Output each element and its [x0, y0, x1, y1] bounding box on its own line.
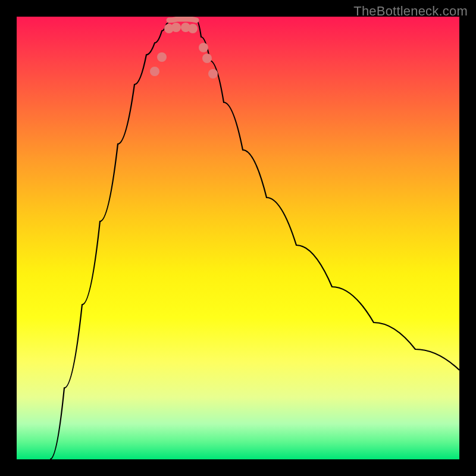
left-curve — [50, 20, 169, 459]
chart-svg — [17, 17, 459, 459]
watermark-text: TheBottleneck.com — [353, 4, 468, 19]
right-marker-3 — [208, 69, 218, 79]
right-marker-1 — [199, 43, 208, 52]
trough-marker-2 — [171, 23, 181, 32]
trough-marker-4 — [188, 24, 198, 33]
left-marker-2 — [157, 52, 167, 62]
left-marker-1 — [150, 67, 159, 76]
right-marker-2 — [202, 54, 212, 63]
right-curve — [196, 20, 459, 370]
trough-segment — [169, 19, 196, 20]
